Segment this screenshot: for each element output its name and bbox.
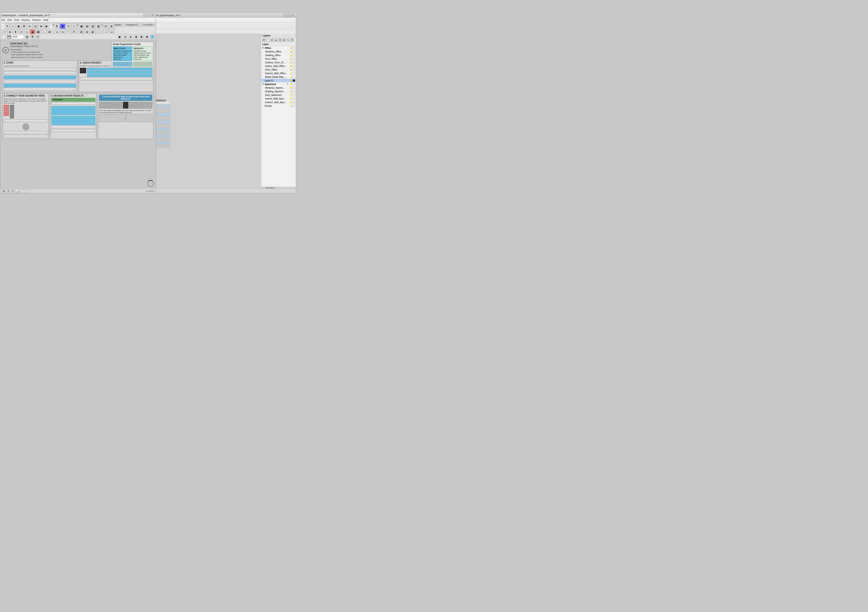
- layers-tool-file[interactable]: 📄: [266, 38, 270, 42]
- gh-connect-orange-4[interactable]: [4, 112, 9, 113]
- gh-check-dark-comp[interactable]: [80, 68, 86, 73]
- gh-status-btn-1[interactable]: 🖥: [2, 189, 6, 193]
- gh-canvas-run1[interactable]: ▶: [118, 35, 122, 39]
- layer-color-below-grade[interactable]: [293, 76, 295, 78]
- gh-check-blue-1[interactable]: [87, 68, 152, 71]
- gh-canvas-green[interactable]: ■: [134, 35, 138, 39]
- layers-tool-settings[interactable]: ⚙: [290, 38, 294, 42]
- gh-tool-btn3[interactable]: ▥: [90, 23, 95, 29]
- gh-start-input-1[interactable]: [4, 76, 76, 79]
- gh-tool-item[interactable]: i: [71, 23, 77, 29]
- gh-canvas-pen[interactable]: ✏: [36, 35, 40, 39]
- gh-start-comp-3[interactable]: [4, 80, 76, 83]
- gh-canvas-new[interactable]: 📄: [2, 35, 6, 39]
- layer-color-render[interactable]: [293, 105, 295, 107]
- gh-status-btn-5[interactable]: [20, 189, 29, 193]
- layer-vis-shading-office[interactable]: 💡: [290, 54, 292, 56]
- gh-status-btn-3[interactable]: x²: [11, 189, 15, 193]
- gh-tool-btn4[interactable]: ▧: [96, 23, 101, 29]
- rhino-win-controls[interactable]: ─ □ ✕: [283, 14, 294, 17]
- layers-tool-search[interactable]: 🔍: [287, 38, 290, 42]
- layer-expand-apartment[interactable]: ▼: [262, 83, 264, 85]
- gh-connect-orange-3[interactable]: [4, 109, 9, 111]
- gh-connect-orange-2[interactable]: [4, 107, 9, 109]
- gh-connect-comp-3[interactable]: [4, 135, 48, 138]
- layer-vis-exterior-apt[interactable]: 💡: [290, 101, 292, 103]
- layer-vis-interior-apt[interactable]: 💡: [290, 98, 292, 100]
- gh-check-blue-2[interactable]: [87, 71, 152, 74]
- gh-canvas-yellow[interactable]: ■: [140, 35, 144, 39]
- layer-item-exterior-apt[interactable]: Exterior_Wall_Apar... 💡: [261, 100, 296, 104]
- layer-color-roof-office[interactable]: [293, 57, 295, 60]
- layer-color-interior-office[interactable]: [293, 65, 295, 67]
- layer-color-office[interactable]: [293, 47, 295, 49]
- gh-daylight-dark[interactable]: [123, 102, 129, 109]
- layer-color-windows-apt[interactable]: [293, 87, 295, 89]
- gh-zoom-input[interactable]: 41%: [12, 35, 24, 39]
- rhino-minimize-btn[interactable]: ─: [283, 14, 286, 17]
- layer-item-floor-office[interactable]: Floor_Office 💡: [261, 68, 296, 71]
- layer-color-windows-office[interactable]: [293, 50, 295, 53]
- layer-color-shading-apt[interactable]: [293, 90, 295, 93]
- gh-tool-gear[interactable]: ⚙: [22, 23, 27, 29]
- layer-item-roof-office[interactable]: Roof_Office 💡: [261, 57, 296, 61]
- layer-vis-roof-apt[interactable]: 💡: [290, 94, 292, 96]
- layer-vis-windows-apt[interactable]: 💡: [290, 87, 292, 89]
- gh-tool-circle2[interactable]: ◉: [16, 23, 21, 29]
- layer-item-outdoor-office[interactable]: Outdoor_Floor_Of... 💡: [261, 61, 296, 64]
- gh-status-btn-2[interactable]: ✕: [6, 189, 10, 193]
- gh-menu-solution[interactable]: Solution: [32, 19, 41, 21]
- gh-tool-circle5[interactable]: ⊕: [39, 23, 44, 29]
- gh-check-blue-3[interactable]: [87, 74, 152, 77]
- gh-menu-view[interactable]: View: [14, 19, 19, 21]
- gh-canvas[interactable]: ⊕ cove.tool, inc. Grasshopper Plug-in v4…: [0, 40, 156, 189]
- layer-vis-roof-office[interactable]: 💡: [290, 57, 292, 60]
- gh-tool-bool[interactable]: B: [54, 23, 60, 29]
- layer-vis-render[interactable]: 💡: [290, 105, 292, 107]
- gh-connect-comp-2[interactable]: [4, 131, 48, 134]
- gh-tool-int[interactable]: #: [65, 23, 71, 29]
- layer-color-roof-apt[interactable]: [293, 94, 295, 96]
- layer-item-layer01[interactable]: ▶ Layer 01 💡: [261, 79, 296, 82]
- layer-expand-office[interactable]: ▼: [262, 47, 264, 49]
- layer-vis-office[interactable]: 💡: [290, 47, 292, 49]
- layer-item-office[interactable]: ▼ Office 💡: [261, 46, 296, 50]
- layer-item-shading-office[interactable]: Shading_Office 💡: [261, 53, 296, 57]
- gh-check-comp-2[interactable]: [80, 77, 152, 80]
- layer-item-render[interactable]: ▶ Render 💡: [261, 104, 296, 108]
- layer-color-exterior-office[interactable]: [293, 72, 295, 75]
- layer-color-interior-apt[interactable]: [293, 98, 295, 100]
- layer-color-layer01[interactable]: [293, 79, 295, 82]
- layer-vis-windows-office[interactable]: 💡: [290, 50, 292, 53]
- layer-item-apartment[interactable]: ▼ Apartment ✓ 💡: [261, 82, 296, 86]
- layers-scrollbar-thumb[interactable]: [266, 187, 274, 189]
- layer-item-shading-apt[interactable]: Shading_Apartme... 💡: [261, 90, 296, 93]
- gh-tool-btn1[interactable]: ▦: [79, 23, 84, 29]
- layer-vis-below-grade[interactable]: 💡: [290, 76, 292, 78]
- gh-export-blue-2[interactable]: [51, 116, 95, 125]
- gh-menu-edit[interactable]: Edit: [8, 19, 12, 21]
- layer-vis-interior-office[interactable]: 💡: [290, 65, 292, 67]
- layer-item-roof-apt[interactable]: Roof_Apartment 💡: [261, 93, 296, 97]
- layer-color-floor-office[interactable]: [293, 68, 295, 71]
- gh-canvas-run2[interactable]: ⊲: [123, 35, 127, 39]
- gh-daylight-result-1[interactable]: [99, 114, 126, 122]
- layer-vis-floor-office[interactable]: 💡: [290, 68, 292, 71]
- gh-tool-btn2[interactable]: ▤: [84, 23, 90, 29]
- layers-tool-down[interactable]: ▼: [278, 38, 282, 42]
- gh-tool-circle4[interactable]: ◎: [33, 23, 38, 29]
- gh-connect-comp-1[interactable]: [4, 120, 48, 122]
- gh-tool-x[interactable]: ✕: [5, 23, 10, 29]
- gh-tool-circle3[interactable]: ●: [27, 23, 33, 29]
- gh-menu-help[interactable]: Help: [43, 19, 48, 21]
- gh-canvas-blue[interactable]: ■: [145, 35, 149, 39]
- rhino-maximize-btn[interactable]: □: [287, 14, 290, 17]
- gh-start-comp-4[interactable]: [4, 88, 76, 90]
- layer-color-apartment[interactable]: [293, 83, 295, 85]
- layer-vis-layer01[interactable]: 💡: [290, 79, 292, 82]
- gh-tab-lunchbox[interactable]: LunchBox: [141, 23, 156, 26]
- layer-item-below-grade[interactable]: Below Grade Wall_... 💡: [261, 75, 296, 79]
- gh-export-comp-2[interactable]: [51, 126, 95, 128]
- layer-color-shading-office[interactable]: [293, 54, 295, 56]
- layer-vis-apartment[interactable]: 💡: [290, 83, 292, 85]
